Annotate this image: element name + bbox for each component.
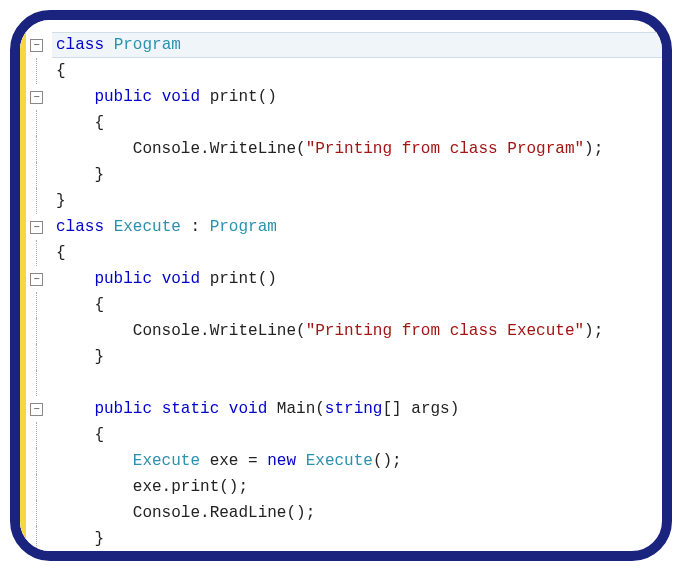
code-line[interactable]: }	[52, 344, 662, 370]
fold-guide	[36, 370, 38, 396]
fold-guide	[36, 448, 38, 474]
token-type: Program	[114, 36, 181, 54]
gutter-row	[20, 474, 52, 500]
token-kw: void	[229, 400, 267, 418]
token-kw: static	[162, 400, 220, 418]
token-kw: void	[162, 270, 200, 288]
fold-guide	[36, 526, 38, 552]
fold-toggle[interactable]: −	[30, 91, 43, 104]
token-kw: class	[56, 36, 104, 54]
change-bar	[20, 32, 26, 58]
change-bar	[20, 344, 26, 370]
token-plain	[56, 400, 94, 418]
token-plain: Main(	[267, 400, 325, 418]
gutter-row	[20, 58, 52, 84]
code-line[interactable]: public void print()	[52, 266, 662, 292]
token-kw: public	[94, 400, 152, 418]
gutter-row: −	[20, 214, 52, 240]
token-type: Execute	[114, 218, 181, 236]
token-plain: {	[56, 114, 104, 132]
gutter-row: −	[20, 266, 52, 292]
code-line[interactable]: Console.WriteLine("Printing from class E…	[52, 318, 662, 344]
fold-guide	[36, 500, 38, 526]
gutter: −−−−−	[20, 20, 52, 551]
code-line[interactable]: }	[52, 188, 662, 214]
code-line[interactable]: public static void Main(string[] args)	[52, 396, 662, 422]
token-plain	[56, 270, 94, 288]
code-line[interactable]: class Program	[52, 32, 662, 58]
token-plain	[104, 218, 114, 236]
token-plain: print()	[200, 88, 277, 106]
gutter-row	[20, 318, 52, 344]
change-bar	[20, 84, 26, 110]
gutter-row	[20, 422, 52, 448]
gutter-row	[20, 136, 52, 162]
change-bar	[20, 552, 26, 561]
token-plain: Console.ReadLine();	[56, 504, 315, 522]
code-line[interactable]: {	[52, 240, 662, 266]
token-plain: {	[56, 296, 104, 314]
token-plain	[104, 36, 114, 54]
token-kw: new	[267, 452, 296, 470]
token-plain	[152, 88, 162, 106]
change-bar	[20, 136, 26, 162]
change-bar	[20, 396, 26, 422]
code-editor: −−−−− class Program{ public void print()…	[20, 20, 662, 551]
gutter-row: −	[20, 84, 52, 110]
code-line[interactable]: public void print()	[52, 84, 662, 110]
token-plain	[56, 88, 94, 106]
change-bar	[20, 526, 26, 552]
code-line[interactable]: exe.print();	[52, 474, 662, 500]
gutter-row	[20, 240, 52, 266]
token-kw: void	[162, 88, 200, 106]
token-plain: :	[181, 218, 210, 236]
fold-toggle[interactable]: −	[30, 39, 43, 52]
fold-guide	[36, 422, 38, 448]
token-plain: {	[56, 62, 66, 80]
code-line[interactable]: Console.WriteLine("Printing from class P…	[52, 136, 662, 162]
code-line[interactable]: Console.ReadLine();	[52, 500, 662, 526]
code-line[interactable]: }	[52, 162, 662, 188]
token-plain	[56, 452, 133, 470]
code-line[interactable]: {	[52, 422, 662, 448]
token-str: "Printing from class Execute"	[306, 322, 584, 340]
fold-guide	[36, 188, 38, 214]
fold-guide	[36, 552, 38, 561]
gutter-row	[20, 552, 52, 561]
change-bar	[20, 370, 26, 396]
fold-guide	[36, 136, 38, 162]
fold-toggle[interactable]: −	[30, 403, 43, 416]
code-area: class Program{ public void print() { Con…	[52, 20, 662, 551]
code-line[interactable]: {	[52, 110, 662, 136]
token-plain: }	[56, 348, 104, 366]
change-bar	[20, 474, 26, 500]
code-line[interactable]: }	[52, 526, 662, 551]
change-bar	[20, 188, 26, 214]
code-line[interactable]	[52, 370, 662, 396]
gutter-row	[20, 370, 52, 396]
code-line[interactable]: {	[52, 58, 662, 84]
token-kw: class	[56, 218, 104, 236]
change-bar	[20, 318, 26, 344]
token-plain: }	[56, 166, 104, 184]
gutter-row	[20, 292, 52, 318]
token-kw: public	[94, 88, 152, 106]
change-bar	[20, 266, 26, 292]
code-line[interactable]: {	[52, 292, 662, 318]
code-line[interactable]: class Execute : Program	[52, 214, 662, 240]
token-plain	[296, 452, 306, 470]
change-bar	[20, 110, 26, 136]
token-plain: [] args)	[382, 400, 459, 418]
fold-toggle[interactable]: −	[30, 273, 43, 286]
fold-guide	[36, 240, 38, 266]
token-kw: string	[325, 400, 383, 418]
fold-toggle[interactable]: −	[30, 221, 43, 234]
change-bar	[20, 422, 26, 448]
gutter-row	[20, 448, 52, 474]
code-line[interactable]: Execute exe = new Execute();	[52, 448, 662, 474]
gutter-row	[20, 344, 52, 370]
gutter-row	[20, 188, 52, 214]
token-type: Execute	[133, 452, 200, 470]
fold-guide	[36, 110, 38, 136]
gutter-row	[20, 500, 52, 526]
